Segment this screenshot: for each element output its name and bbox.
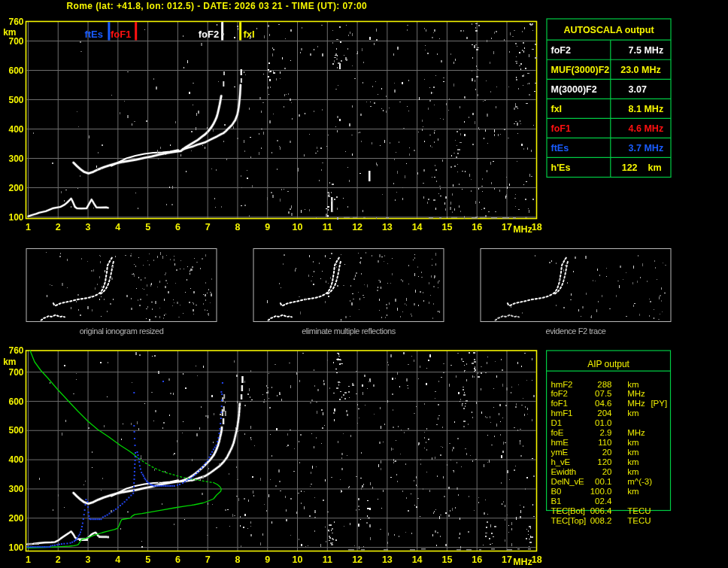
svg-text:hmE: hmE xyxy=(551,438,569,447)
svg-text:4.6 MHz: 4.6 MHz xyxy=(629,123,664,134)
svg-text:7: 7 xyxy=(205,222,211,232)
svg-text:km: km xyxy=(627,409,639,418)
svg-text:760: 760 xyxy=(8,345,23,356)
svg-text:4: 4 xyxy=(115,222,120,232)
svg-text:foF1: foF1 xyxy=(551,123,571,134)
svg-text:2: 2 xyxy=(56,222,61,232)
svg-text:D1: D1 xyxy=(551,418,562,427)
svg-text:07.5: 07.5 xyxy=(595,389,611,398)
svg-text:km: km xyxy=(627,438,639,447)
svg-text:23.0 MHz: 23.0 MHz xyxy=(620,65,661,75)
svg-text:evidence F2 trace: evidence F2 trace xyxy=(546,327,606,336)
svg-text:m^(-3): m^(-3) xyxy=(627,477,652,486)
svg-text:km: km xyxy=(627,467,639,476)
svg-text:120: 120 xyxy=(597,457,611,466)
svg-text:100: 100 xyxy=(8,212,23,223)
svg-text:288: 288 xyxy=(597,380,611,389)
svg-text:B0: B0 xyxy=(551,487,562,496)
svg-text:6: 6 xyxy=(175,554,180,565)
svg-text:3: 3 xyxy=(86,222,91,232)
svg-text:20: 20 xyxy=(602,448,612,457)
svg-text:20: 20 xyxy=(602,467,612,476)
svg-text:15: 15 xyxy=(441,222,452,232)
svg-text:300: 300 xyxy=(8,153,23,164)
svg-text:14: 14 xyxy=(412,554,423,565)
svg-text:8: 8 xyxy=(235,222,240,232)
svg-text:original ionogram resized: original ionogram resized xyxy=(80,327,164,336)
svg-text:400: 400 xyxy=(8,124,23,135)
svg-text:6: 6 xyxy=(175,222,180,232)
svg-text:200: 200 xyxy=(8,183,23,193)
svg-text:100: 100 xyxy=(8,542,23,553)
svg-text:km: km xyxy=(627,380,639,389)
svg-text:100.0: 100.0 xyxy=(590,487,612,496)
svg-text:h'Es: h'Es xyxy=(551,163,571,173)
svg-text:14: 14 xyxy=(412,222,423,232)
svg-text:2.9: 2.9 xyxy=(600,428,612,437)
svg-text:TECU: TECU xyxy=(627,516,651,525)
svg-text:1: 1 xyxy=(26,222,31,232)
svg-text:760: 760 xyxy=(8,17,23,27)
svg-text:008.2: 008.2 xyxy=(590,516,612,525)
svg-text:9: 9 xyxy=(265,554,270,565)
svg-text:110: 110 xyxy=(598,438,611,447)
svg-text:TECU: TECU xyxy=(627,506,651,515)
svg-text:13: 13 xyxy=(382,554,393,565)
svg-text:km: km xyxy=(627,448,639,457)
svg-text:18: 18 xyxy=(532,222,542,232)
svg-text:km: km xyxy=(627,457,639,466)
svg-text:foE: foE xyxy=(551,428,564,437)
svg-text:04.6: 04.6 xyxy=(595,399,611,408)
svg-text:hmF2: hmF2 xyxy=(551,380,573,389)
svg-text:16: 16 xyxy=(472,554,482,565)
svg-text:fxI: fxI xyxy=(551,104,563,114)
svg-text:foF2: foF2 xyxy=(199,29,219,40)
svg-text:km: km xyxy=(627,487,639,496)
svg-text:10: 10 xyxy=(293,554,303,565)
svg-text:10: 10 xyxy=(293,222,303,232)
svg-text:foF2: foF2 xyxy=(551,45,571,56)
svg-text:300: 300 xyxy=(8,484,23,494)
svg-text:006.4: 006.4 xyxy=(590,506,612,515)
svg-text:B1: B1 xyxy=(551,497,562,506)
svg-text:km: km xyxy=(3,357,16,367)
svg-text:2: 2 xyxy=(56,554,61,565)
svg-text:400: 400 xyxy=(8,454,23,465)
svg-text:MHz: MHz xyxy=(627,389,645,398)
svg-text:7: 7 xyxy=(205,554,211,565)
svg-text:500: 500 xyxy=(8,95,23,105)
svg-text:02.4: 02.4 xyxy=(595,497,612,506)
svg-text:5: 5 xyxy=(145,222,150,232)
svg-text:MHz: MHz xyxy=(627,399,645,408)
svg-text:TEC[Bot]: TEC[Bot] xyxy=(551,506,585,515)
svg-text:foF2: foF2 xyxy=(551,389,568,398)
svg-text:600: 600 xyxy=(8,65,23,76)
svg-text:01.0: 01.0 xyxy=(595,418,611,427)
svg-text:11: 11 xyxy=(323,222,332,232)
svg-text:MHz: MHz xyxy=(627,428,645,437)
svg-text:7.5 MHz: 7.5 MHz xyxy=(629,45,664,56)
svg-text:TEC[Top]: TEC[Top] xyxy=(551,516,586,525)
svg-text:15: 15 xyxy=(441,554,452,565)
svg-text:17: 17 xyxy=(502,222,512,232)
svg-text:204: 204 xyxy=(597,409,612,418)
svg-text:3.07: 3.07 xyxy=(629,84,647,95)
svg-text:MUF(3000)F2: MUF(3000)F2 xyxy=(551,65,610,75)
svg-text:13: 13 xyxy=(382,222,393,232)
svg-text:M(3000)F2: M(3000)F2 xyxy=(551,84,597,95)
svg-text:Ewidth: Ewidth xyxy=(551,467,576,476)
svg-text:MHz: MHz xyxy=(513,557,532,567)
svg-text:3.7 MHz: 3.7 MHz xyxy=(629,143,664,153)
svg-text:MHz: MHz xyxy=(513,224,532,235)
svg-text:[PY]: [PY] xyxy=(651,399,667,408)
svg-text:foF1: foF1 xyxy=(551,399,568,408)
svg-text:Rome (lat: +41.8, lon: 012.5): Rome (lat: +41.8, lon: 012.5) - DATE: 20… xyxy=(67,1,368,11)
svg-text:8: 8 xyxy=(235,554,240,565)
svg-text:16: 16 xyxy=(472,222,482,232)
svg-text:hmF1: hmF1 xyxy=(551,409,573,418)
svg-text:ftEs: ftEs xyxy=(551,143,569,153)
svg-text:18: 18 xyxy=(532,554,542,565)
svg-text:1: 1 xyxy=(26,554,31,565)
svg-text:foF1: foF1 xyxy=(111,29,131,40)
svg-text:122 km: 122 km xyxy=(622,163,662,173)
